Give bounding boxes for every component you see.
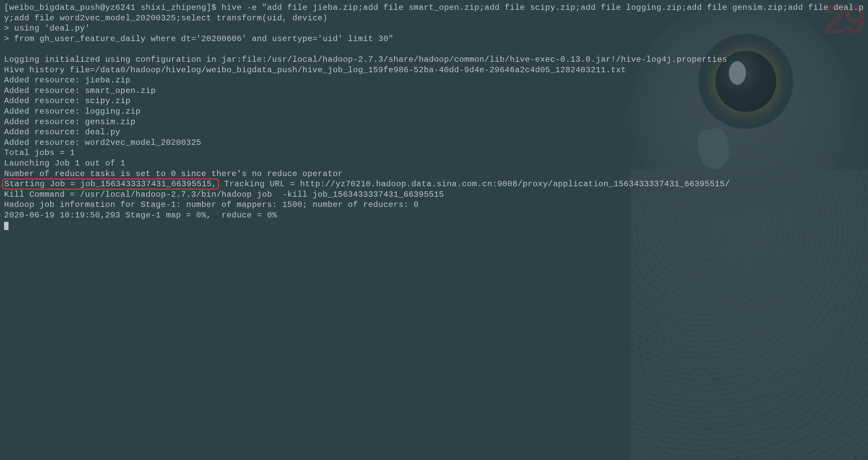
command-continuation-1: > using 'deal.py' — [4, 24, 90, 33]
reduce-tasks-line: Number of reduce tasks is set to 0 since… — [4, 169, 343, 178]
launching-job-line: Launching Job 1 out of 1 — [4, 159, 126, 168]
progress-line: 2020-06-19 10:19:50,293 Stage-1 map = 0%… — [4, 211, 277, 220]
added-resource-line: Added resource: deal.py — [4, 128, 120, 137]
tracking-url-line: Tracking URL = http://yz70210.hadoop.dat… — [219, 179, 730, 189]
added-resource-line: Added resource: word2vec_model_20200325 — [4, 138, 201, 147]
shell-prompt: [weibo_bigdata_push@yz6241 shixi_zhipeng… — [4, 3, 222, 12]
added-resource-line: Added resource: logging.zip — [4, 107, 140, 116]
hive-history-line: Hive history file=/data0/hadoop/hivelog/… — [4, 65, 626, 75]
terminal-output: [weibo_bigdata_push@yz6241 shixi_zhipeng… — [4, 3, 864, 231]
terminal-window[interactable]: [weibo_bigdata_push@yz6241 shixi_zhipeng… — [0, 0, 868, 460]
added-resource-line: Added resource: smart_open.zip — [4, 86, 156, 95]
added-resource-line: Added resource: gensim.zip — [4, 117, 135, 127]
added-resource-line: Added resource: jieba.zip — [4, 76, 131, 85]
total-jobs-line: Total jobs = 1 — [4, 148, 75, 157]
terminal-cursor — [4, 222, 8, 230]
logging-init-line: Logging initialized using configuration … — [4, 55, 727, 64]
added-resource-line: Added resource: scipy.zip — [4, 96, 131, 106]
hadoop-job-info-line: Hadoop job information for Stage-1: numb… — [4, 200, 419, 209]
starting-job-highlight: Starting Job = job_1563433337431_6639551… — [2, 178, 219, 190]
command-continuation-2: > from gh_user_feature_daily where dt='2… — [4, 34, 393, 43]
kill-command-line: Kill Command = /usr/local/hadoop-2.7.3/b… — [4, 190, 444, 199]
